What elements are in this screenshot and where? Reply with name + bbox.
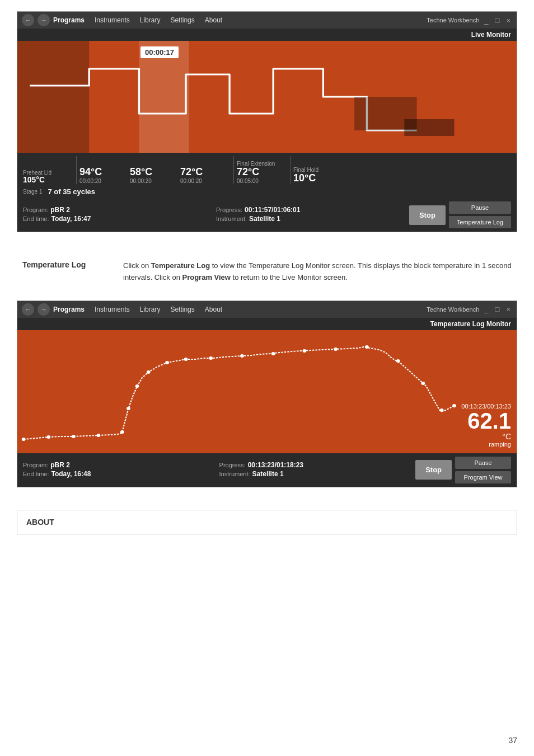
status-bar-2: Program: pBR 2 End time: Today, 16:48 Pr… xyxy=(17,453,517,487)
cycles-stage-label: Stage 1 xyxy=(23,189,42,195)
svg-point-8 xyxy=(120,430,124,434)
app-title-2: Techne Workbench xyxy=(427,306,479,313)
svg-point-18 xyxy=(334,348,338,351)
progress-value-2: 00:13:23/01:18:23 xyxy=(248,461,303,469)
stage-preheat-label: Preheat Lid xyxy=(23,170,51,176)
app-title: Techne Workbench xyxy=(427,17,479,24)
minimize-button[interactable]: _ xyxy=(483,16,490,25)
stage-extend: 72°C 00:00:20 xyxy=(180,167,231,184)
menu-library[interactable]: Library xyxy=(140,16,161,24)
live-monitor-window: ← → Programs Instruments Library Setting… xyxy=(17,11,517,232)
instrument-label-1: Instrument: xyxy=(216,215,247,222)
stop-button-2[interactable]: Stop xyxy=(415,460,452,480)
program-label-1: Program: xyxy=(23,206,48,213)
title-bar-2-right: Techne Workbench _ □ × xyxy=(427,305,512,313)
pause-button-2[interactable]: Pause xyxy=(455,457,511,469)
svg-rect-0 xyxy=(17,41,89,153)
endtime-value-2: Today, 16:48 xyxy=(51,470,91,478)
page-number: 37 xyxy=(508,736,517,745)
svg-point-11 xyxy=(147,370,151,374)
svg-point-4 xyxy=(22,438,26,441)
title-bar-1: ← → Programs Instruments Library Setting… xyxy=(17,12,517,29)
progress-label-1: Progress: xyxy=(216,206,242,213)
readout-temp: 62.1 xyxy=(467,408,511,433)
temp-log-chart: 00:13:23/00:13:23 62.1 °C ramping xyxy=(17,330,517,453)
svg-point-14 xyxy=(209,356,213,360)
forward-button[interactable]: → xyxy=(38,14,50,26)
forward-button-2[interactable]: → xyxy=(38,303,50,316)
svg-point-13 xyxy=(184,358,188,361)
close-button-2[interactable]: × xyxy=(504,305,512,313)
back-button[interactable]: ← xyxy=(22,14,34,26)
stage-final-hold: Final Hold 10°C xyxy=(293,167,344,184)
description-section: Temperature Log Click on Temperature Log… xyxy=(17,249,517,300)
status-col-2-left: Program: pBR 2 End time: Today, 16:48 xyxy=(23,461,219,479)
stop-button-1[interactable]: Stop xyxy=(409,205,446,225)
live-monitor-header: Live Monitor xyxy=(17,29,517,41)
stage-anneal: 58°C 00:00:20 xyxy=(130,167,180,184)
programview-button[interactable]: Program View xyxy=(455,471,511,483)
svg-point-19 xyxy=(365,345,369,349)
cycles-info: Stage 1 7 of 35 cycles xyxy=(17,186,517,198)
close-button[interactable]: × xyxy=(504,16,512,25)
endtime-label-2: End time: xyxy=(23,471,49,477)
menu-instruments[interactable]: Instruments xyxy=(95,16,130,24)
readout-state: ramping xyxy=(461,441,511,448)
description-label: Temperature Log xyxy=(22,260,112,284)
stage-extend-time: 00:00:20 xyxy=(180,178,202,184)
description-text: Click on Temperature Log to view the Tem… xyxy=(123,260,512,284)
templog-button[interactable]: Temperature Log xyxy=(449,216,511,228)
pause-button-1[interactable]: Pause xyxy=(449,201,511,214)
menu-bar: Programs Instruments Library Settings Ab… xyxy=(53,16,222,24)
temp-log-header: Temperature Log Monitor xyxy=(17,318,517,330)
status-col-left: Program: pBR 2 End time: Today, 16:47 xyxy=(23,206,216,224)
endtime-label-1: End time: xyxy=(23,215,49,222)
program-value-1: pBR 2 xyxy=(50,206,70,214)
menu-bar-2: Programs Instruments Library Settings Ab… xyxy=(53,306,222,313)
svg-point-21 xyxy=(421,382,425,385)
menu-settings[interactable]: Settings xyxy=(170,16,194,24)
stage-denat: 94°C 00:00:20 xyxy=(79,167,130,184)
svg-point-10 xyxy=(135,384,139,388)
stage-anneal-time: 00:00:20 xyxy=(130,178,152,184)
svg-point-15 xyxy=(240,354,244,358)
menu-about[interactable]: About xyxy=(205,16,222,24)
instrument-value-2: Satellite 1 xyxy=(252,470,284,478)
status-col-mid: Progress: 00:11:57/01:06:01 Instrument: … xyxy=(216,206,409,224)
title-bar-2: ← → Programs Instruments Library Setting… xyxy=(17,301,517,318)
cycles-text: 7 of 35 cycles xyxy=(48,187,95,196)
status-col-2-mid: Progress: 00:13:23/01:18:23 Instrument: … xyxy=(219,461,416,479)
about-title: ABOUT xyxy=(26,518,54,527)
temp-log-window: ← → Programs Instruments Library Setting… xyxy=(17,300,517,487)
stage-final-ext-time: 00:05:00 xyxy=(237,178,259,184)
maximize-button-2[interactable]: □ xyxy=(494,305,502,313)
svg-point-16 xyxy=(271,352,275,355)
stage-denat-time: 00:00:20 xyxy=(79,178,101,184)
svg-point-20 xyxy=(396,359,400,363)
svg-point-17 xyxy=(303,349,307,353)
svg-point-12 xyxy=(165,361,169,364)
timer-badge: 00:00:17 xyxy=(140,46,179,58)
menu-programs[interactable]: Programs xyxy=(53,16,85,24)
about-section: ABOUT xyxy=(17,510,517,534)
stage-extend-temp: 72°C xyxy=(180,167,203,178)
temp-readout: 00:13:23/00:13:23 62.1 °C ramping xyxy=(461,403,511,448)
stage-preheat-temp: 105°C xyxy=(23,176,45,184)
menu2-library[interactable]: Library xyxy=(140,306,161,313)
svg-point-9 xyxy=(127,407,130,410)
menu2-instruments[interactable]: Instruments xyxy=(95,306,130,313)
menu2-settings[interactable]: Settings xyxy=(170,306,194,313)
stage-preheat: Preheat Lid 105°C xyxy=(23,170,73,184)
back-button-2[interactable]: ← xyxy=(22,303,34,316)
menu2-about[interactable]: About xyxy=(205,306,222,313)
stage-final-hold-temp: 10°C xyxy=(293,173,316,184)
menu2-programs[interactable]: Programs xyxy=(53,306,85,313)
minimize-button-2[interactable]: _ xyxy=(483,305,490,313)
program-value-2: pBR 2 xyxy=(50,461,70,469)
progress-label-2: Progress: xyxy=(219,462,246,468)
instrument-label-2: Instrument: xyxy=(219,471,250,477)
svg-point-22 xyxy=(440,408,444,412)
maximize-button[interactable]: □ xyxy=(494,16,502,25)
stage-denat-temp: 94°C xyxy=(79,167,102,178)
action-buttons-1: Pause Temperature Log xyxy=(449,201,511,228)
